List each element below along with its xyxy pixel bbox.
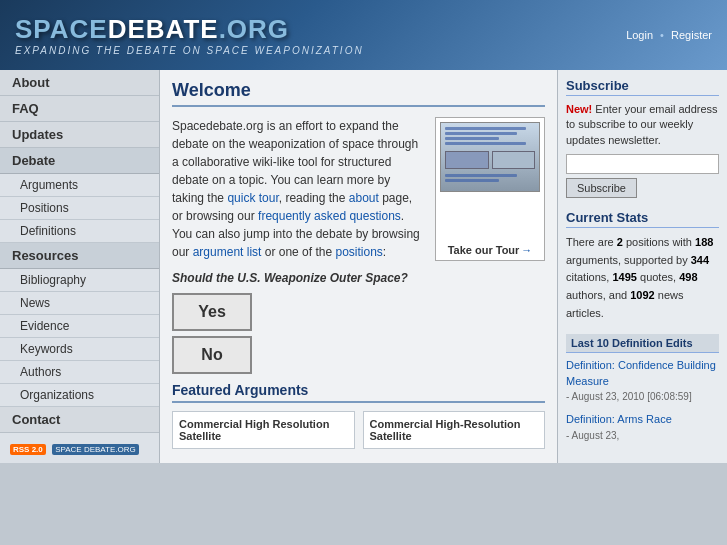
stat-arguments: 188 (695, 236, 713, 248)
sidebar-badges: RSS 2.0 SPACE DEBATE.ORG (10, 441, 149, 455)
sidebar-item-updates[interactable]: Updates (0, 122, 159, 148)
def-edit-date-1: - August 23, (566, 430, 619, 441)
faq-link[interactable]: frequently asked questions (258, 209, 401, 223)
sidebar-item-news[interactable]: News (0, 292, 159, 315)
featured-item-0: Commercial High Resolution Satellite (172, 411, 355, 449)
site-title: SPACEDEBATE.ORG (15, 14, 364, 45)
poll-section: Should the U.S. Weaponize Outer Space? Y… (172, 271, 545, 374)
tour-label: Take our Tour → (448, 244, 533, 256)
welcome-mid4: or one of the (261, 245, 335, 259)
sidebar-item-bibliography[interactable]: Bibliography (0, 269, 159, 292)
title-debate: DEBATE (108, 14, 219, 44)
title-space: SPACE (15, 14, 108, 44)
sidebar-item-positions[interactable]: Positions (0, 197, 159, 220)
register-link[interactable]: Register (671, 29, 712, 41)
sidebar-item-faq[interactable]: FAQ (0, 96, 159, 122)
sidebar-item-keywords[interactable]: Keywords (0, 338, 159, 361)
quick-tour-link[interactable]: quick tour (227, 191, 278, 205)
sidebar-item-organizations[interactable]: Organizations (0, 384, 159, 407)
main-wrapper: About FAQ Updates Debate Arguments Posit… (0, 70, 727, 463)
about-link[interactable]: about (349, 191, 379, 205)
tour-box-1 (445, 151, 489, 169)
tour-line-5 (445, 174, 517, 177)
stat-citations: 344 (691, 254, 709, 266)
tour-image-box[interactable]: Take our Tour → (435, 117, 545, 261)
header: SPACEDEBATE.ORG Expanding the Debate on … (0, 0, 727, 70)
tour-line-1 (445, 127, 526, 130)
subscribe-button[interactable]: Subscribe (566, 178, 637, 198)
tour-arrow-icon: → (521, 244, 532, 256)
argument-list-link[interactable]: argument list (193, 245, 262, 259)
main-content: Welcome Spacedebate.org is an effort to … (160, 70, 557, 463)
tour-line-6 (445, 179, 499, 182)
positions-link[interactable]: positions (335, 245, 382, 259)
new-badge: New! (566, 103, 592, 115)
login-link[interactable]: Login (626, 29, 653, 41)
sidebar-item-definitions[interactable]: Definitions (0, 220, 159, 243)
subscribe-section: Subscribe New! Enter your email address … (566, 78, 719, 198)
sidebar-section-resources: Resources (0, 243, 159, 269)
tour-line-2 (445, 132, 517, 135)
site-subtitle: Expanding the Debate on Space Weaponizat… (15, 45, 364, 56)
subscribe-heading: Subscribe (566, 78, 719, 96)
welcome-heading: Welcome (172, 80, 545, 107)
subscribe-text: New! Enter your email address to subscri… (566, 102, 719, 148)
def-edit-item-1: Definition: Arms Race - August 23, (566, 412, 719, 443)
rss-badge: RSS 2.0 (10, 444, 46, 455)
tour-line-3 (445, 137, 499, 140)
def-edit-link-0[interactable]: Definition: Confidence Building Measure (566, 359, 716, 386)
featured-heading: Featured Arguments (172, 382, 545, 403)
sd-badge: SPACE DEBATE.ORG (52, 444, 139, 455)
tour-box-2 (492, 151, 536, 169)
sidebar-item-evidence[interactable]: Evidence (0, 315, 159, 338)
def-edit-item-0: Definition: Confidence Building Measure … (566, 358, 719, 404)
welcome-mid1: , reading the (279, 191, 349, 205)
tour-label-text: Take our Tour (448, 244, 520, 256)
no-button[interactable]: No (172, 336, 252, 374)
sidebar-item-about[interactable]: About (0, 70, 159, 96)
sidebar-item-arguments[interactable]: Arguments (0, 174, 159, 197)
yes-button[interactable]: Yes (172, 293, 252, 331)
stat-quotes: 1495 (612, 271, 636, 283)
definition-edits-section: Last 10 Definition Edits Definition: Con… (566, 334, 719, 443)
welcome-text: Spacedebate.org is an effort to expand t… (172, 117, 425, 261)
tour-boxes (445, 151, 535, 169)
tour-screenshot (440, 122, 540, 192)
stat-positions: 2 (617, 236, 623, 248)
stat-news: 1092 (630, 289, 654, 301)
nav-separator: • (660, 29, 664, 41)
title-org: .ORG (219, 14, 289, 44)
featured-section: Featured Arguments Commercial High Resol… (172, 382, 545, 449)
def-edit-date-0: - August 23, 2010 [06:08:59] (566, 391, 692, 402)
stats-heading: Current Stats (566, 210, 719, 228)
stat-authors: 498 (679, 271, 697, 283)
sidebar-item-contact[interactable]: Contact (0, 407, 159, 433)
tour-line-4 (445, 142, 526, 145)
stats-text: There are 2 positions with 188 arguments… (566, 234, 719, 322)
welcome-body: Spacedebate.org is an effort to expand t… (172, 117, 545, 261)
email-input[interactable] (566, 154, 719, 174)
sidebar: About FAQ Updates Debate Arguments Posit… (0, 70, 160, 463)
header-nav: Login • Register (626, 29, 712, 41)
featured-grid: Commercial High Resolution Satellite Com… (172, 411, 545, 449)
right-sidebar: Subscribe New! Enter your email address … (557, 70, 727, 463)
site-logo: SPACEDEBATE.ORG Expanding the Debate on … (15, 14, 364, 56)
welcome-end: : (383, 245, 386, 259)
featured-item-1: Commercial High-Resolution Satellite (363, 411, 546, 449)
welcome-section: Welcome Spacedebate.org is an effort to … (172, 80, 545, 374)
def-edit-link-1[interactable]: Definition: Arms Race (566, 413, 672, 425)
sidebar-item-authors[interactable]: Authors (0, 361, 159, 384)
definition-edits-heading: Last 10 Definition Edits (566, 334, 719, 353)
sidebar-section-debate: Debate (0, 148, 159, 174)
poll-question: Should the U.S. Weaponize Outer Space? (172, 271, 545, 285)
stats-section: Current Stats There are 2 positions with… (566, 210, 719, 322)
